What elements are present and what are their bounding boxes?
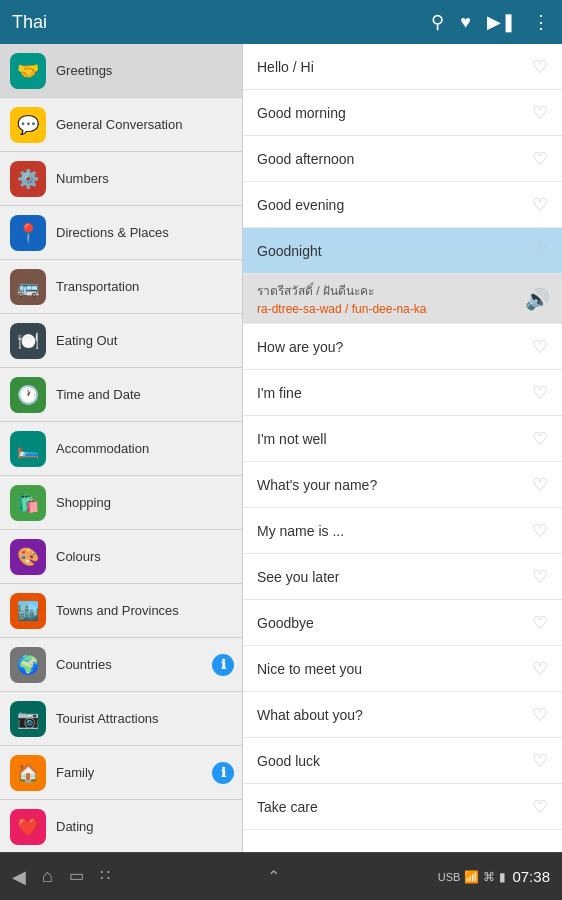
translation-row[interactable]: ราตรีสวัสดิ์ / ฝันดีนะคะ ra-dtree-sa-wad… <box>243 274 562 324</box>
sidebar-label-tourist-attractions: Tourist Attractions <box>56 711 159 727</box>
heart-im-fine[interactable]: ♡ <box>532 382 548 404</box>
content-list: Hello / Hi ♡ Good morning ♡ Good afterno… <box>243 44 562 852</box>
sidebar-item-towns-provinces[interactable]: 🏙️ Towns and Provinces <box>0 584 242 638</box>
sidebar-label-numbers: Numbers <box>56 171 109 187</box>
item-label-im-not-well: I'm not well <box>257 431 532 447</box>
sidebar-item-family[interactable]: 🏠 Family ℹ <box>0 746 242 800</box>
item-label-good-afternoon: Good afternoon <box>257 151 532 167</box>
nav-buttons: ◀ ⌂ ▭ ∷ <box>12 866 110 888</box>
sidebar-label-eating-out: Eating Out <box>56 333 117 349</box>
list-item-good-afternoon[interactable]: Good afternoon ♡ <box>243 136 562 182</box>
more-icon[interactable]: ⋮ <box>532 11 550 33</box>
usb-icon: USB <box>438 871 461 883</box>
sidebar-item-time-date[interactable]: 🕐 Time and Date <box>0 368 242 422</box>
sidebar-item-tourist-attractions[interactable]: 📷 Tourist Attractions <box>0 692 242 746</box>
header-actions: ⚲ ♥ ▶❚ ⋮ <box>431 11 550 33</box>
eating-out-icon: 🍽️ <box>10 323 46 359</box>
sidebar-label-greetings: Greetings <box>56 63 112 79</box>
numbers-icon: ⚙️ <box>10 161 46 197</box>
translation-phonetic: ra-dtree-sa-wad / fun-dee-na-ka <box>257 302 426 316</box>
search-icon[interactable]: ⚲ <box>431 11 444 33</box>
sidebar-item-eating-out[interactable]: 🍽️ Eating Out <box>0 314 242 368</box>
heart-good-evening[interactable]: ♡ <box>532 194 548 216</box>
app-title: Thai <box>12 12 431 33</box>
item-label-goodnight: Goodnight <box>257 243 532 259</box>
sidebar-label-dating: Dating <box>56 819 94 835</box>
list-item-good-evening[interactable]: Good evening ♡ <box>243 182 562 228</box>
up-arrow[interactable]: ⌃ <box>267 867 280 886</box>
sidebar-label-family: Family <box>56 765 94 781</box>
heart-goodnight[interactable]: ♡ <box>532 240 548 262</box>
item-label-my-name-is: My name is ... <box>257 523 532 539</box>
accommodation-icon: 🛏️ <box>10 431 46 467</box>
list-item-im-fine[interactable]: I'm fine ♡ <box>243 370 562 416</box>
battery-icon: ▮ <box>499 870 506 884</box>
list-item-how-are-you[interactable]: How are you? ♡ <box>243 324 562 370</box>
family-icon: 🏠 <box>10 755 46 791</box>
item-label-what-about-you: What about you? <box>257 707 532 723</box>
heart-im-not-well[interactable]: ♡ <box>532 428 548 450</box>
status-time: 07:38 <box>512 868 550 885</box>
sidebar-item-numbers[interactable]: ⚙️ Numbers <box>0 152 242 206</box>
heart-nice-to-meet-you[interactable]: ♡ <box>532 658 548 680</box>
list-item-see-you-later[interactable]: See you later ♡ <box>243 554 562 600</box>
grid-button[interactable]: ∷ <box>100 866 110 888</box>
sidebar-item-greetings[interactable]: 🤝 Greetings <box>0 44 242 98</box>
dating-icon: ❤️ <box>10 809 46 845</box>
recent-button[interactable]: ▭ <box>69 866 84 888</box>
back-button[interactable]: ◀ <box>12 866 26 888</box>
item-label-whats-your-name: What's your name? <box>257 477 532 493</box>
heart-goodbye[interactable]: ♡ <box>532 612 548 634</box>
sidebar-label-shopping: Shopping <box>56 495 111 511</box>
sidebar-item-directions-places[interactable]: 📍 Directions & Places <box>0 206 242 260</box>
sidebar-item-dating[interactable]: ❤️ Dating <box>0 800 242 852</box>
towns-provinces-icon: 🏙️ <box>10 593 46 629</box>
item-label-goodbye: Goodbye <box>257 615 532 631</box>
heart-take-care[interactable]: ♡ <box>532 796 548 818</box>
sidebar-item-transportation[interactable]: 🚌 Transportation <box>0 260 242 314</box>
list-item-good-morning[interactable]: Good morning ♡ <box>243 90 562 136</box>
heart-what-about-you[interactable]: ♡ <box>532 704 548 726</box>
item-label-good-luck: Good luck <box>257 753 532 769</box>
play-icon[interactable]: ▶❚ <box>487 11 516 33</box>
list-item-im-not-well[interactable]: I'm not well ♡ <box>243 416 562 462</box>
list-item-nice-to-meet-you[interactable]: Nice to meet you ♡ <box>243 646 562 692</box>
countries-badge: ℹ <box>212 654 234 676</box>
list-item-goodnight[interactable]: Goodnight ♡ <box>243 228 562 274</box>
sidebar-item-shopping[interactable]: 🛍️ Shopping <box>0 476 242 530</box>
sidebar-item-countries[interactable]: 🌍 Countries ℹ <box>0 638 242 692</box>
list-item-my-name-is[interactable]: My name is ... ♡ <box>243 508 562 554</box>
heart-hello[interactable]: ♡ <box>532 56 548 78</box>
sidebar-label-time-date: Time and Date <box>56 387 141 403</box>
list-item-good-luck[interactable]: Good luck ♡ <box>243 738 562 784</box>
directions-icon: 📍 <box>10 215 46 251</box>
general-conversation-icon: 💬 <box>10 107 46 143</box>
list-item-goodbye[interactable]: Goodbye ♡ <box>243 600 562 646</box>
sidebar-item-general-conversation[interactable]: 💬 General Conversation <box>0 98 242 152</box>
heart-how-are-you[interactable]: ♡ <box>532 336 548 358</box>
item-label-good-morning: Good morning <box>257 105 532 121</box>
heart-good-morning[interactable]: ♡ <box>532 102 548 124</box>
speaker-icon[interactable]: 🔊 <box>525 287 550 311</box>
heart-good-afternoon[interactable]: ♡ <box>532 148 548 170</box>
heart-good-luck[interactable]: ♡ <box>532 750 548 772</box>
heart-whats-your-name[interactable]: ♡ <box>532 474 548 496</box>
sidebar-item-accommodation[interactable]: 🛏️ Accommodation <box>0 422 242 476</box>
list-item-take-care[interactable]: Take care ♡ <box>243 784 562 830</box>
sidebar-item-colours[interactable]: 🎨 Colours <box>0 530 242 584</box>
sidebar-label-accommodation: Accommodation <box>56 441 149 457</box>
home-button[interactable]: ⌂ <box>42 866 53 888</box>
item-label-hello: Hello / Hi <box>257 59 532 75</box>
status-bar: ◀ ⌂ ▭ ∷ ⌃ USB 📶 ⌘ ▮ 07:38 <box>0 852 562 900</box>
list-item-hello[interactable]: Hello / Hi ♡ <box>243 44 562 90</box>
list-item-what-about-you[interactable]: What about you? ♡ <box>243 692 562 738</box>
sidebar-label-general-conversation: General Conversation <box>56 117 182 133</box>
sidebar-label-directions-places: Directions & Places <box>56 225 169 241</box>
item-label-good-evening: Good evening <box>257 197 532 213</box>
heart-see-you-later[interactable]: ♡ <box>532 566 548 588</box>
heart-my-name-is[interactable]: ♡ <box>532 520 548 542</box>
list-item-whats-your-name[interactable]: What's your name? ♡ <box>243 462 562 508</box>
favorite-icon[interactable]: ♥ <box>460 12 471 33</box>
tourist-attractions-icon: 📷 <box>10 701 46 737</box>
translation-thai: ราตรีสวัสดิ์ / ฝันดีนะคะ <box>257 281 374 300</box>
